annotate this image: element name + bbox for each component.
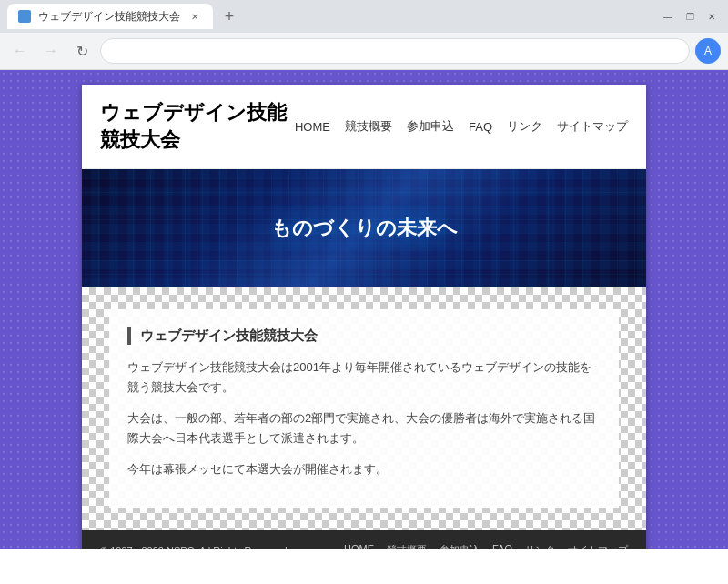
footer-nav: HOME 競技概要 参加申込 FAQ リンク サイトマップ xyxy=(344,543,628,549)
tab-bar: ウェブデザイン技能競技大会 ✕ + — ❐ ✕ xyxy=(0,0,728,33)
new-tab-button[interactable]: + xyxy=(217,4,242,29)
restore-button[interactable]: ❐ xyxy=(681,7,699,25)
footer-copyright: © 1997 - 2022 NSPC. All Rights Reserved. xyxy=(100,545,344,549)
reload-button[interactable]: ↻ xyxy=(69,38,95,64)
url-bar[interactable] xyxy=(100,38,690,64)
active-tab[interactable]: ウェブデザイン技能競技大会 ✕ xyxy=(7,4,213,29)
website-container: ウェブデザイン技能競技大会 HOME 競技概要 参加申込 FAQ リンク サイト… xyxy=(82,85,646,549)
url-input[interactable] xyxy=(110,45,680,58)
footer-nav-links[interactable]: リンク xyxy=(525,543,555,549)
nav-sitemap[interactable]: サイトマップ xyxy=(557,118,628,135)
nav-register[interactable]: 参加申込 xyxy=(407,118,454,135)
back-button[interactable]: ← xyxy=(7,38,33,64)
window-controls: — ❐ ✕ xyxy=(659,7,721,25)
page-area: ウェブデザイン技能競技大会 HOME 競技概要 参加申込 FAQ リンク サイト… xyxy=(0,70,728,549)
address-bar: ← → ↻ A xyxy=(0,33,728,69)
content-paragraph-3: 今年は幕張メッセにて本選大会が開催されます。 xyxy=(127,459,601,479)
footer-nav-sitemap[interactable]: サイトマップ xyxy=(568,543,628,549)
content-box: ウェブデザイン技能競技大会 ウェブデザイン技能競技大会は2001年より毎年開催さ… xyxy=(109,309,619,508)
content-paragraph-1: ウェブデザイン技能競技大会は2001年より毎年開催されているウェブデザインの技能… xyxy=(127,357,601,398)
hero-banner: ものづくりの未来へ xyxy=(82,169,646,287)
footer-nav-home[interactable]: HOME xyxy=(344,543,374,549)
content-section-title: ウェブデザイン技能競技大会 xyxy=(127,327,601,345)
minimize-button[interactable]: — xyxy=(659,7,677,25)
tab-favicon xyxy=(18,10,31,23)
site-logo: ウェブデザイン技能競技大会 xyxy=(100,99,295,154)
forward-button[interactable]: → xyxy=(38,38,64,64)
footer-nav-register[interactable]: 参加申込 xyxy=(440,543,480,549)
footer-nav-faq[interactable]: FAQ xyxy=(492,543,512,549)
content-paragraph-2: 大会は、一般の部、若年者の部の2部門で実施され、大会の優勝者は海外で実施される国… xyxy=(127,408,601,448)
profile-button[interactable]: A xyxy=(695,38,721,64)
nav-home[interactable]: HOME xyxy=(295,120,330,134)
tab-close-button[interactable]: ✕ xyxy=(187,9,202,24)
hero-text: ものづくりの未来へ xyxy=(271,215,458,242)
tab-title: ウェブデザイン技能競技大会 xyxy=(38,9,180,25)
nav-links[interactable]: リンク xyxy=(507,118,542,135)
browser-chrome: ウェブデザイン技能競技大会 ✕ + — ❐ ✕ ← → ↻ A xyxy=(0,0,728,70)
site-header: ウェブデザイン技能競技大会 HOME 競技概要 参加申込 FAQ リンク サイト… xyxy=(82,85,646,169)
close-window-button[interactable]: ✕ xyxy=(703,7,721,25)
footer-nav-overview[interactable]: 競技概要 xyxy=(387,543,427,549)
site-nav: HOME 競技概要 参加申込 FAQ リンク サイトマップ xyxy=(295,118,628,135)
site-content: ウェブデザイン技能競技大会 ウェブデザイン技能競技大会は2001年より毎年開催さ… xyxy=(82,287,646,530)
nav-overview[interactable]: 競技概要 xyxy=(345,118,392,135)
site-footer: © 1997 - 2022 NSPC. All Rights Reserved.… xyxy=(82,530,646,549)
nav-faq[interactable]: FAQ xyxy=(469,120,492,134)
